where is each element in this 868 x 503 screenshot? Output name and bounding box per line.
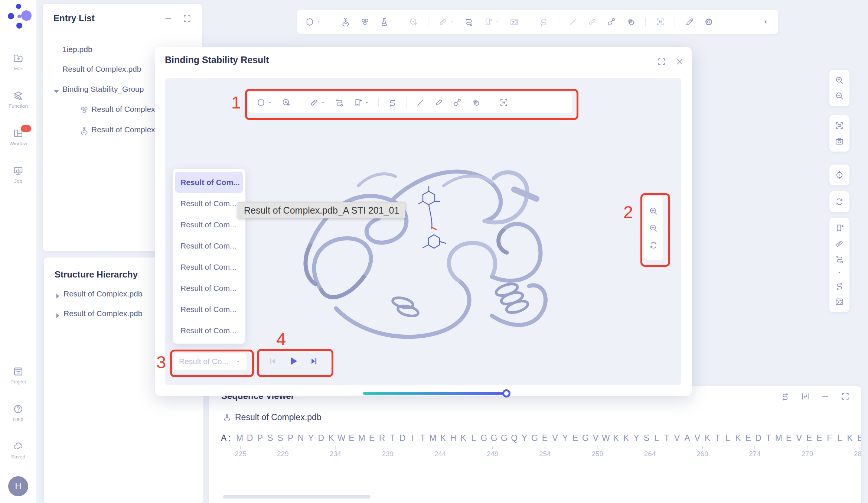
- residue-letter[interactable]: E: [855, 433, 861, 443]
- residue-letter[interactable]: V: [591, 433, 601, 443]
- entry-list-item[interactable]: 1iep.pdb: [62, 43, 92, 56]
- residue-letter[interactable]: P: [285, 433, 296, 443]
- dropdown-option[interactable]: Result of Com...: [175, 235, 243, 256]
- residue-letter[interactable]: E: [367, 433, 377, 443]
- residue-letter[interactable]: A: [682, 433, 692, 443]
- close-icon[interactable]: [675, 57, 685, 67]
- slider-handle[interactable]: [502, 389, 510, 397]
- residue-letter[interactable]: K: [621, 433, 631, 443]
- skip-back-button[interactable]: [267, 356, 277, 366]
- bookmark-plus-button[interactable]: [835, 223, 844, 233]
- skip-forward-button[interactable]: [309, 356, 319, 366]
- expand-icon[interactable]: [657, 57, 667, 67]
- residue-letter[interactable]: W: [601, 433, 611, 443]
- residue-letter[interactable]: W: [336, 433, 346, 443]
- play-button[interactable]: [287, 355, 300, 367]
- residue-letter[interactable]: E: [743, 433, 753, 443]
- bookmark-plus-button[interactable]: [483, 17, 500, 27]
- residue-letter[interactable]: L: [835, 433, 845, 443]
- residue-letter[interactable]: E: [804, 433, 814, 443]
- residue-letter[interactable]: S: [265, 433, 275, 443]
- sidebar-item-window[interactable]: 1Window: [0, 128, 36, 146]
- residue-letter[interactable]: G: [489, 433, 499, 443]
- trajectory-slider[interactable]: [363, 390, 675, 396]
- sidebar-item-function[interactable]: Function: [0, 90, 36, 109]
- residue-letter[interactable]: Y: [560, 433, 570, 443]
- residue-letter[interactable]: S: [275, 433, 285, 443]
- overlap-spheres-button[interactable]: [471, 98, 481, 107]
- crosshair-button[interactable]: [835, 170, 844, 180]
- zoom-in-button[interactable]: [835, 75, 844, 85]
- residue-letter[interactable]: M: [235, 433, 245, 443]
- user-avatar[interactable]: H: [8, 476, 28, 496]
- residue-letter[interactable]: T: [712, 433, 722, 443]
- residue-letter[interactable]: T: [418, 433, 428, 443]
- sequence-entry-row[interactable]: Result of Complex.pdb: [223, 412, 322, 422]
- dropdown-option[interactable]: Result of Com...: [175, 214, 243, 235]
- stroke-line-button[interactable]: [415, 98, 425, 107]
- sidebar-item-saved[interactable]: Saved: [0, 441, 36, 460]
- residue-letter[interactable]: G: [529, 433, 539, 443]
- entry-list-item[interactable]: Binding Stability_Group: [52, 82, 144, 96]
- residue-letter[interactable]: K: [845, 433, 855, 443]
- refresh-button[interactable]: [649, 240, 658, 250]
- sidebar-item-file[interactable]: File: [0, 53, 36, 71]
- residue-letter[interactable]: T: [387, 433, 397, 443]
- fit-screen-button[interactable]: [835, 121, 844, 130]
- molecule-button[interactable]: [360, 17, 370, 27]
- path-route-button[interactable]: [335, 98, 344, 107]
- expand-button[interactable]: [182, 14, 192, 23]
- residue-letter[interactable]: K: [326, 433, 336, 443]
- residue-letter[interactable]: D: [316, 433, 326, 443]
- protein-structure[interactable]: [284, 130, 581, 353]
- ruler-button[interactable]: [438, 17, 454, 27]
- h-label-button[interactable]: H: [499, 98, 509, 107]
- ball-stick-button[interactable]: [607, 17, 616, 27]
- refresh-button[interactable]: [835, 197, 844, 207]
- hierarchy-item[interactable]: Result of Complex.pdb: [53, 287, 142, 301]
- residue-letter[interactable]: Y: [306, 433, 316, 443]
- residue-letter[interactable]: I: [408, 433, 418, 443]
- dropdown-option[interactable]: Result of Com...: [175, 278, 243, 299]
- caret-down-button[interactable]: [837, 270, 842, 275]
- panorama-button[interactable]: [509, 17, 519, 27]
- dropdown-option[interactable]: Result of Com...: [175, 193, 243, 214]
- residue-letter[interactable]: K: [459, 433, 469, 443]
- ball-stick-button[interactable]: [453, 98, 462, 107]
- residue-letter[interactable]: V: [692, 433, 702, 443]
- residue-letter[interactable]: E: [540, 433, 550, 443]
- residue-letter[interactable]: E: [570, 433, 580, 443]
- panorama-button[interactable]: [835, 297, 844, 306]
- residue-letter[interactable]: M: [774, 433, 784, 443]
- target-cursor-button[interactable]: [281, 98, 291, 107]
- hexagon-button[interactable]: [305, 17, 321, 27]
- gear-button[interactable]: [704, 17, 714, 27]
- residue-letter[interactable]: T: [662, 433, 672, 443]
- residue-letter[interactable]: M: [428, 433, 438, 443]
- residue-letter[interactable]: L: [469, 433, 479, 443]
- h-label-button[interactable]: H: [655, 17, 665, 27]
- residue-letter[interactable]: E: [784, 433, 794, 443]
- path-route-button[interactable]: [464, 17, 474, 27]
- target-cursor-button[interactable]: [409, 17, 418, 27]
- collapse-left-button[interactable]: [761, 17, 770, 27]
- horizontal-scrollbar[interactable]: [223, 495, 371, 499]
- dropdown-option[interactable]: Result of Com...: [175, 172, 243, 193]
- zoom-out-button[interactable]: [835, 91, 844, 101]
- ruler-button[interactable]: [309, 98, 326, 107]
- swap-arrows-button[interactable]: [780, 392, 790, 401]
- residue-letter[interactable]: E: [346, 433, 356, 443]
- residue-letter[interactable]: K: [702, 433, 712, 443]
- stroke-width-button[interactable]: [434, 98, 444, 107]
- swap-arrows-button[interactable]: [835, 281, 844, 291]
- residue-letter[interactable]: M: [357, 433, 367, 443]
- bookmark-plus-button[interactable]: [353, 98, 369, 107]
- zoom-in-button[interactable]: [649, 206, 658, 216]
- hexagon-button[interactable]: [256, 98, 273, 107]
- sidebar-item-help[interactable]: Help: [0, 403, 36, 422]
- residue-letter[interactable]: Y: [631, 433, 641, 443]
- residue-letter[interactable]: G: [479, 433, 489, 443]
- residue-letter[interactable]: Y: [519, 433, 529, 443]
- entry-list-item[interactable]: Result of Complex.pdb: [62, 62, 141, 76]
- path-route-button[interactable]: [835, 254, 844, 264]
